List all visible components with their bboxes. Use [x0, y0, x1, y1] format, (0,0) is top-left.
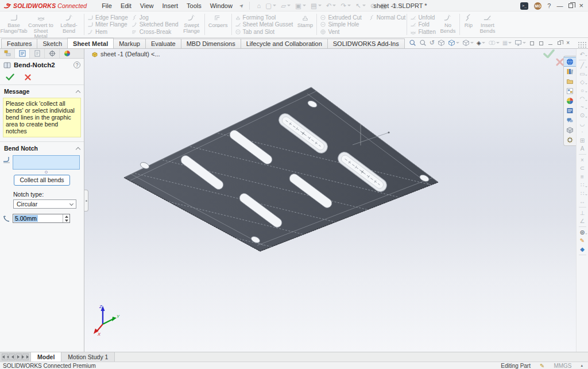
dimxpert-manager-tab[interactable]: [45, 49, 60, 58]
doc-cascade-icon[interactable]: [539, 41, 543, 45]
3d-model-scene[interactable]: [84, 49, 588, 352]
sketch-arc-icon[interactable]: ◠: [577, 95, 588, 103]
tab-mbd-dimensions[interactable]: MBD Dimensions: [181, 39, 241, 48]
no-bends-button[interactable]: No Bends: [438, 11, 458, 37]
markup-pencil-icon[interactable]: ✎: [577, 237, 588, 245]
doc-new-window-icon[interactable]: [530, 41, 534, 45]
pattern-entities-icon[interactable]: ∷: [577, 189, 588, 198]
print-icon[interactable]: ▤: [310, 2, 323, 10]
tab-and-slot-button[interactable]: Tab and Slot: [235, 28, 293, 35]
spinner-down-icon[interactable]: [63, 218, 69, 222]
pin-menu-icon[interactable]: ➤: [238, 2, 245, 9]
restore-window-button[interactable]: [568, 3, 573, 8]
confirm-corner-cancel-icon[interactable]: [556, 58, 564, 66]
convert-entities-icon[interactable]: ⊂: [577, 164, 588, 173]
sketch-rectangle-icon[interactable]: ▭: [577, 70, 588, 78]
previous-tab-icon[interactable]: [9, 353, 15, 360]
message-section-header[interactable]: Message: [0, 85, 84, 97]
parts-pane-tab[interactable]: [564, 125, 576, 135]
panel-splitter-handle[interactable]: [84, 190, 88, 212]
display-manager-tab[interactable]: [60, 49, 75, 58]
smart-dimension-icon[interactable]: ⊥: [577, 209, 588, 217]
new-document-icon[interactable]: ▢: [264, 2, 277, 10]
lofted-bend-button[interactable]: Lofted-Bend: [55, 11, 83, 37]
miter-flange-button[interactable]: Miter Flange: [87, 21, 128, 28]
configuration-manager-tab[interactable]: [30, 49, 45, 58]
pm-help-icon[interactable]: ?: [74, 62, 80, 68]
sheet-metal-plate[interactable]: [124, 87, 438, 251]
select-icon[interactable]: ↖: [354, 2, 367, 10]
confirm-corner-ok-icon[interactable]: [543, 49, 555, 58]
tab-markup[interactable]: Markup: [113, 39, 146, 48]
feature-manager-tab[interactable]: [0, 49, 15, 58]
motion-study-tab[interactable]: Motion Study 1: [61, 352, 115, 362]
jog-button[interactable]: Jog: [131, 14, 179, 21]
tab-features[interactable]: Features: [1, 39, 37, 48]
corners-dropdown-icon[interactable]: [216, 28, 220, 34]
feature-tree-flyout[interactable]: sheet -1 (Default) <...: [91, 51, 160, 57]
simple-hole-button[interactable]: Simple Hole: [320, 21, 404, 28]
relations-icon[interactable]: ∠: [577, 217, 588, 226]
sketch-circle-icon[interactable]: ○: [577, 86, 588, 95]
status-units[interactable]: MMGS: [554, 363, 571, 369]
normal-cut-button[interactable]: Normal Cut: [369, 14, 406, 21]
next-tab-icon[interactable]: [16, 353, 22, 360]
sketch-spline-icon[interactable]: ~: [577, 103, 588, 112]
notch-size-input[interactable]: 5.00mm: [13, 214, 70, 223]
model-tab[interactable]: Model: [31, 352, 61, 362]
spinner-up-icon[interactable]: [63, 214, 69, 218]
selection-box-resize-handle[interactable]: [45, 171, 48, 174]
menu-view[interactable]: View: [140, 2, 154, 9]
menu-file[interactable]: File: [102, 2, 112, 9]
tab-lifecycle-collaboration[interactable]: Lifecycle and Collaboration: [241, 39, 328, 48]
sketch-ellipse-icon[interactable]: ⊙: [577, 112, 588, 120]
tab-evaluate[interactable]: Evaluate: [145, 39, 181, 48]
file-explorer-pane-tab[interactable]: [564, 76, 576, 86]
previous-view-icon[interactable]: ↺: [430, 39, 435, 47]
zoom-fit-icon[interactable]: [409, 39, 416, 47]
cross-break-button[interactable]: Cross-Break: [131, 28, 179, 35]
appearances-pane-tab[interactable]: [564, 96, 576, 106]
save-icon[interactable]: ▣: [294, 2, 307, 10]
notch-type-select[interactable]: Circular: [13, 199, 76, 209]
menu-tools[interactable]: Tools: [187, 2, 202, 9]
base-flange-button[interactable]: Base Flange/Tab: [1, 11, 26, 37]
view-orientation-icon[interactable]: [448, 39, 459, 47]
stamp-button[interactable]: Stamp: [295, 11, 315, 37]
3dexperience-pane-tab[interactable]: [564, 57, 576, 67]
first-tab-icon[interactable]: [2, 353, 8, 360]
tab-sheet-metal[interactable]: Sheet Metal: [67, 38, 114, 48]
swept-flange-button[interactable]: Swept Flange: [180, 11, 203, 37]
section-view-icon[interactable]: [438, 39, 445, 47]
sketch-plane-icon[interactable]: ⊞: [577, 136, 588, 145]
open-icon[interactable]: ▱: [280, 2, 292, 10]
extruded-cut-button[interactable]: Extruded Cut: [320, 14, 361, 21]
property-manager-tab[interactable]: [15, 49, 30, 58]
unfold-button[interactable]: Unfold: [410, 14, 436, 21]
home-icon[interactable]: ⌂: [256, 2, 262, 9]
menu-insert[interactable]: Insert: [163, 2, 179, 9]
edge-flange-button[interactable]: Edge Flange: [87, 14, 128, 21]
doc-restore-icon[interactable]: [558, 41, 561, 45]
undo-icon[interactable]: ↶: [325, 2, 338, 10]
collapse-chevron-icon[interactable]: [76, 90, 80, 94]
rip-button[interactable]: Rip: [461, 11, 476, 37]
forming-tool-button[interactable]: Forming Tool: [235, 14, 293, 21]
vent-button[interactable]: Vent: [320, 28, 404, 35]
close-window-button[interactable]: ×: [579, 3, 583, 9]
offset-entities-icon[interactable]: ≡: [577, 172, 588, 181]
sketch-slot-icon[interactable]: ◇: [577, 78, 588, 87]
sheet-metal-gusset-button[interactable]: Sheet Metal Gusset: [235, 21, 293, 28]
custom-properties-pane-tab[interactable]: [564, 106, 576, 116]
3dexperience-launcher-icon[interactable]: >_: [520, 2, 528, 10]
apply-scene-icon[interactable]: ▦: [502, 40, 512, 46]
design-library-pane-tab[interactable]: [564, 67, 576, 76]
help-icon[interactable]: ?: [547, 2, 551, 9]
user-avatar[interactable]: MG: [534, 2, 541, 10]
menu-window[interactable]: Window: [210, 2, 233, 9]
task-pane-grip[interactable]: [578, 41, 587, 48]
cancel-x-icon[interactable]: [25, 74, 31, 80]
move-entities-icon[interactable]: ↔: [577, 198, 588, 206]
hem-button[interactable]: Hem: [87, 28, 128, 35]
sketched-bend-button[interactable]: Sketched Bend: [131, 21, 179, 28]
